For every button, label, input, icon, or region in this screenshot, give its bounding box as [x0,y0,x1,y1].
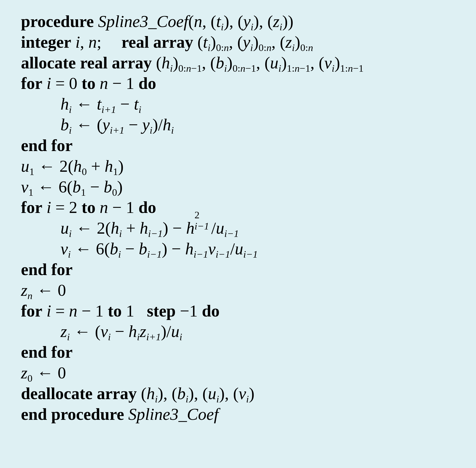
line-end-procedure: end procedure Spline3_Coef [21,404,459,425]
kw-for: for [21,198,42,217]
kw-do: do [138,74,156,93]
kw-do: do [202,302,220,320]
line-u1-init: u1 ← 2(h0 + h1) [21,156,459,177]
procedure-name: Spline3_Coef [98,12,188,31]
line-b-assign: bi ← (yi+1 − yi)/hi [21,115,459,135]
kw-endfor: end for [21,136,72,155]
line-for-3-header: for i = n − 1 to 1 step −1 do [21,301,459,322]
kw-end-procedure: end procedure [21,405,124,424]
line-for-1-header: for i = 0 to n − 1 do [21,73,459,94]
kw-for: for [21,302,42,320]
line-v-recur: vi ← 6(bi − bi−1) − hi−1vi−1/ui−1 [21,239,459,259]
kw-do: do [138,198,156,217]
line-endfor-1: end for [21,135,459,156]
line-endfor-2: end for [21,260,459,280]
line-z0-assign: z0 ← 0 [21,363,459,383]
pseudocode-block: procedure Spline3_Coef(n, (ti), (yi), (z… [0,0,476,436]
line-deallocate: deallocate array (hi), (bi), (ui), (vi) [21,383,459,404]
line-zn-assign: zn ← 0 [21,280,459,301]
kw-allocate: allocate real array [21,54,152,72]
line-z-recur: zi ← (vi − hizi+1)/ui [21,322,459,342]
kw-to: to [82,198,96,217]
line-u-recur: ui ← 2(hi + hi−1) − h2i−1 /ui−1 [21,218,459,238]
line-h-assign: hi ← ti+1 − ti [21,94,459,115]
kw-integer: integer [21,33,71,51]
kw-to: to [108,302,122,320]
line-endfor-3: end for [21,342,459,363]
line-procedure-signature: procedure Spline3_Coef(n, (ti), (yi), (z… [21,11,459,32]
kw-endfor: end for [21,343,72,361]
line-declarations-2: allocate real array (hi)0:n−1, (bi)0:n−1… [21,53,459,73]
line-v1-init: v1 ← 6(b1 − b0) [21,177,459,197]
kw-to: to [82,74,96,93]
kw-step: step [147,302,176,320]
procedure-name-end: Spline3_Coef [128,405,218,424]
kw-for: for [21,74,42,93]
line-for-2-header: for i = 2 to n − 1 do [21,197,459,218]
kw-deallocate: deallocate array [21,384,137,403]
kw-endfor: end for [21,260,72,279]
kw-real-array: real array [121,33,193,51]
line-declarations-1: integer i, n; real array (ti)0:n, (yi)0:… [21,32,459,53]
kw-procedure: procedure [21,12,94,31]
